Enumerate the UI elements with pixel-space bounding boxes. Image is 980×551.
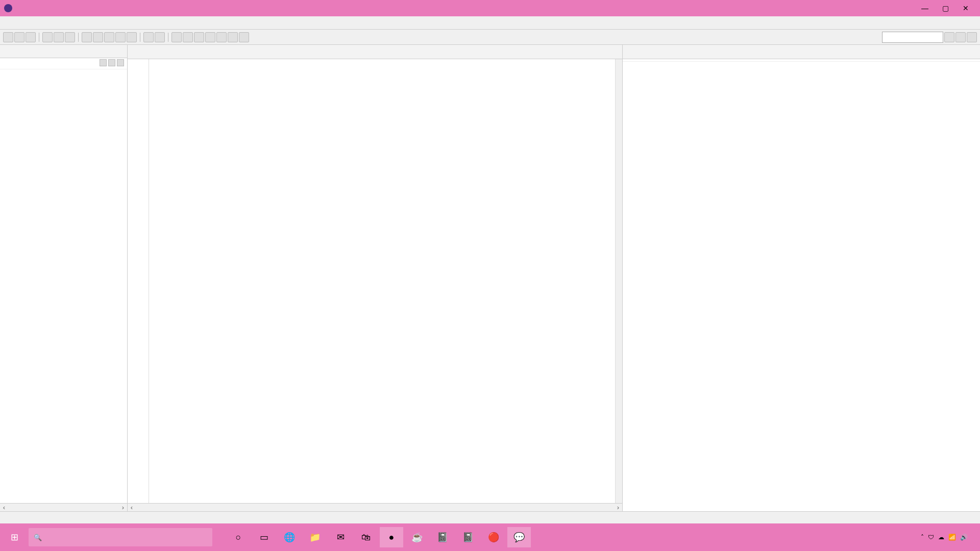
task-view-icon[interactable]: ▭ [252, 527, 276, 547]
search-input[interactable] [46, 533, 207, 541]
windows-taskbar: ⊞ 🔍 ○ ▭ 🌐 📁 ✉ 🛍 ● ☕ 📓 📓 🔴 💬 ˄ 🛡 ☁ 📶 🔊 [0, 523, 980, 551]
explorer-toolbar [0, 58, 127, 69]
start-button[interactable]: ⊞ [4, 527, 24, 547]
editor-body [128, 59, 622, 503]
collapse-all-icon[interactable] [100, 59, 107, 66]
eclipse-icon [4, 4, 12, 12]
toolbar-icon[interactable] [82, 32, 92, 42]
editor-tabs [128, 45, 622, 59]
task-icons: ○ ▭ 🌐 📁 ✉ 🛍 ● ☕ 📓 📓 🔴 💬 [227, 527, 531, 547]
eclipse-task-icon[interactable]: ● [380, 527, 403, 547]
link-editor-icon[interactable] [108, 59, 115, 66]
toolbar-icon[interactable] [115, 32, 126, 42]
quick-access-input[interactable] [882, 32, 943, 43]
app-icon[interactable]: 📓 [456, 527, 480, 547]
main-area: ‹› ‹› [0, 45, 980, 511]
tray-icon[interactable]: ☁ [938, 534, 944, 541]
toolbar-icon[interactable] [194, 32, 204, 42]
toolbar-icon[interactable] [183, 32, 193, 42]
wechat-icon[interactable]: 💬 [507, 527, 531, 547]
run-icon[interactable] [65, 32, 75, 42]
toolbar-icon[interactable] [143, 32, 154, 42]
project-explorer: ‹› [0, 45, 128, 511]
close-button[interactable]: ✕ [955, 4, 976, 12]
line-gutter [128, 59, 149, 503]
window-titlebar: — ▢ ✕ [0, 0, 980, 16]
search-icon: 🔍 [34, 534, 42, 541]
console-output[interactable] [623, 62, 980, 511]
toolbar-icon[interactable] [26, 32, 36, 42]
minimize-button[interactable]: — [915, 4, 935, 12]
edge-icon[interactable]: 🌐 [278, 527, 301, 547]
toolbar-icon[interactable] [239, 32, 249, 42]
editor-scrollbar[interactable]: ‹› [128, 503, 622, 511]
project-tree[interactable] [0, 69, 127, 503]
console-tabs [623, 45, 980, 59]
code-view[interactable] [149, 59, 615, 503]
maximize-button[interactable]: ▢ [935, 4, 955, 12]
view-menu-icon[interactable] [117, 59, 124, 66]
toolbar-icon[interactable] [205, 32, 215, 42]
overview-ruler[interactable] [615, 59, 622, 503]
system-tray: ˄ 🛡 ☁ 📶 🔊 [921, 534, 976, 541]
toolbar-icon[interactable] [42, 32, 53, 42]
statusbar [0, 511, 980, 523]
file-explorer-icon[interactable]: 📁 [303, 527, 327, 547]
console-view [623, 45, 980, 511]
menubar [0, 16, 980, 30]
toolbar-icon[interactable] [228, 32, 238, 42]
open-perspective-icon[interactable] [944, 32, 954, 42]
debug-perspective-icon[interactable] [967, 32, 977, 42]
network-icon[interactable]: 📶 [948, 534, 956, 541]
toolbar-icon[interactable] [172, 32, 182, 42]
toolbar [0, 30, 980, 45]
app-icon[interactable]: ☕ [405, 527, 429, 547]
editor-area: ‹› [128, 45, 623, 511]
netease-icon[interactable]: 🔴 [482, 527, 505, 547]
debug-icon[interactable] [54, 32, 64, 42]
toolbar-icon[interactable] [93, 32, 103, 42]
toolbar-icon[interactable] [127, 32, 137, 42]
taskbar-search[interactable]: 🔍 [29, 528, 212, 546]
volume-icon[interactable]: 🔊 [960, 534, 968, 541]
tray-icon[interactable]: 🛡 [928, 534, 934, 541]
toolbar-icon[interactable] [3, 32, 13, 42]
tray-chevron-icon[interactable]: ˄ [921, 534, 924, 541]
toolbar-icon[interactable] [155, 32, 165, 42]
toolbar-icon[interactable] [104, 32, 114, 42]
app-icon[interactable]: 📓 [431, 527, 454, 547]
cortana-icon[interactable]: ○ [227, 527, 250, 547]
toolbar-icon[interactable] [14, 32, 24, 42]
explorer-tabs [0, 45, 127, 58]
explorer-scrollbar[interactable]: ‹› [0, 503, 127, 511]
toolbar-icon[interactable] [216, 32, 227, 42]
mail-icon[interactable]: ✉ [329, 527, 352, 547]
java-perspective-icon[interactable] [955, 32, 966, 42]
store-icon[interactable]: 🛍 [354, 527, 378, 547]
